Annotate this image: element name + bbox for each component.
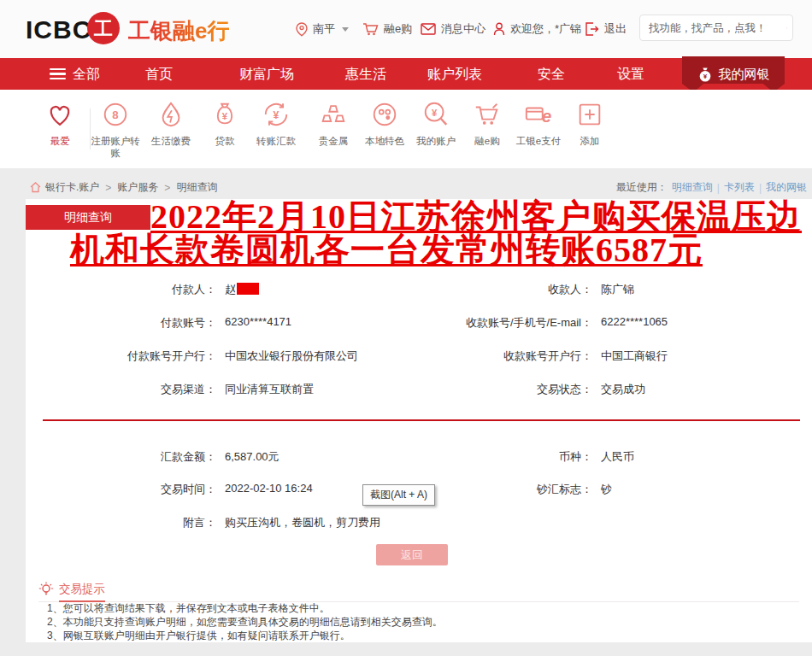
memo-label: 附言：: [26, 515, 216, 530]
home-icon[interactable]: [30, 182, 41, 193]
back-button[interactable]: 返回: [376, 544, 448, 565]
cash-flag-value: 钞: [601, 482, 612, 497]
location-selector[interactable]: 南平: [296, 21, 349, 37]
shortcut-label: 本地特色: [357, 135, 412, 147]
section-divider: [43, 419, 800, 421]
cart-icon: [362, 22, 379, 36]
shortcut-emall[interactable]: 融e购: [460, 100, 515, 147]
emall-label: 融e购: [384, 21, 412, 37]
gold-bars-icon: [319, 100, 348, 129]
shortcuts-bar: 最爱 8 注册账户转账 生活缴费 ¥ 贷款 ¥ 转账汇款: [0, 90, 812, 168]
emall-link[interactable]: 融e购: [362, 21, 412, 37]
detail-row: 附言： 购买压沟机，卷圆机，剪刀费用: [26, 515, 812, 530]
payee-bank-label: 收款账号开户行：: [387, 348, 592, 364]
shortcut-label: 转账汇款: [249, 135, 303, 147]
shortcut-epay[interactable]: e 工银e支付: [511, 100, 566, 147]
message-center-label: 消息中心: [441, 21, 485, 37]
transfer-arrows-icon: ¥: [262, 100, 291, 129]
annotation-headline-line2: 机和长款卷圆机各一台发常州转账6587元: [70, 233, 703, 267]
shortcut-label: 融e购: [460, 135, 515, 147]
payee-bank-value: 中国工商银行: [601, 348, 668, 364]
breadcrumb-item-accounts[interactable]: 银行卡.账户: [45, 180, 99, 195]
main-navbar: 全部 首页 财富广场 惠生活 账户列表 安全 设置 ¥ 我的网银: [0, 58, 812, 90]
svg-text:¥: ¥: [703, 73, 707, 80]
local-features-icon: [370, 100, 399, 129]
utility-drop-icon: [156, 100, 185, 129]
shortcut-label: 注册账户转账: [88, 135, 143, 159]
shortcut-favorites[interactable]: 最爱: [32, 100, 87, 147]
breadcrumb-item-account-services[interactable]: 账户服务: [117, 180, 158, 195]
nav-item-wealth[interactable]: 财富广场: [239, 58, 294, 90]
top-header: ICBC 工 工银融e行 南平 融e购 消息中心 欢迎您，*广锦: [0, 0, 812, 58]
payer-account-value: 6230****4171: [225, 315, 291, 328]
amount-value: 6,587.00元: [225, 449, 279, 465]
screenshot-tooltip: 截图(Alt + A): [362, 484, 435, 506]
recent-link-detail-query[interactable]: 明细查询: [672, 180, 713, 195]
shortcut-register-transfer[interactable]: 8 注册账户转账: [88, 100, 143, 159]
nav-item-accounts[interactable]: 账户列表: [427, 58, 482, 90]
shortcut-precious-metals[interactable]: 贵金属: [306, 100, 361, 147]
welcome-label: 欢迎您，*广锦: [510, 21, 581, 37]
payee-label: 收款人：: [387, 282, 592, 297]
shortcut-my-account[interactable]: ¥ 我的账户: [409, 100, 463, 147]
shortcut-loan[interactable]: ¥ 贷款: [197, 100, 252, 147]
register-transfer-icon: 8: [101, 100, 130, 129]
shortcut-transfer[interactable]: ¥ 转账汇款: [249, 100, 303, 147]
logout-label: 退出: [604, 21, 627, 37]
tips-header: 交易提示: [38, 582, 799, 602]
menu-icon: [50, 68, 66, 80]
main-content: 明细查询 2022年2月10日江苏徐州客户购买保温压边 机和长款卷圆机各一台发常…: [26, 199, 812, 642]
time-value: 2022-02-10 16:24: [225, 482, 313, 495]
time-label: 交易时间：: [26, 482, 216, 497]
message-center-link[interactable]: 消息中心: [421, 21, 485, 37]
search-icon[interactable]: [786, 20, 787, 37]
status-label: 交易状态：: [387, 382, 592, 397]
nav-item-home[interactable]: 首页: [145, 58, 173, 90]
heart-icon: [45, 100, 74, 129]
nav-item-security[interactable]: 安全: [538, 58, 565, 90]
recent-link-my-ebank[interactable]: 我的网银: [766, 180, 807, 195]
nav-all-label: 全部: [73, 58, 100, 90]
logout-icon: [585, 22, 599, 36]
shortcut-label: 生活缴费: [144, 135, 198, 147]
payer-bank-value: 中国农业银行股份有限公司: [225, 348, 358, 364]
cart-icon: [473, 100, 502, 129]
nav-item-life[interactable]: 惠生活: [345, 58, 386, 90]
shortcut-label: 我的账户: [409, 135, 463, 147]
icbc-logo-text: ICBC: [26, 15, 91, 44]
channel-label: 交易渠道：: [26, 382, 216, 397]
shortcut-add[interactable]: 添加: [562, 100, 617, 147]
shortcut-life-payment[interactable]: 生活缴费: [144, 100, 198, 147]
memo-value: 购买压沟机，卷圆机，剪刀费用: [225, 515, 380, 530]
tab-detail-query[interactable]: 明细查询: [26, 205, 150, 230]
recent-link-card-list[interactable]: 卡列表: [724, 180, 755, 195]
detail-row: 付款账号开户行： 中国农业银行股份有限公司 收款账号开户行： 中国工商银行: [26, 348, 812, 364]
shortcut-label: 添加: [562, 135, 617, 147]
annotation-headline-line1: 2022年2月10日江苏徐州客户购买保温压边: [150, 200, 802, 234]
currency-label: 币种：: [387, 449, 592, 465]
svg-text:工: 工: [93, 18, 113, 39]
amount-label: 汇款金额：: [26, 449, 216, 465]
redaction-box: [237, 283, 259, 295]
svg-text:e: e: [542, 106, 552, 126]
brand-name: 工银融e行: [128, 16, 229, 46]
divider: |: [717, 182, 720, 194]
shortcut-local-features[interactable]: 本地特色: [357, 100, 412, 147]
user-welcome[interactable]: 欢迎您，*广锦: [493, 21, 581, 37]
tips-title: 交易提示: [59, 582, 105, 602]
breadcrumb-item-detail-query[interactable]: 明细查询: [176, 180, 217, 195]
my-ebank-ribbon[interactable]: ¥ 我的网银: [682, 56, 785, 92]
logout-button[interactable]: 退出: [585, 21, 627, 37]
divider: |: [759, 182, 762, 194]
nav-item-settings[interactable]: 设置: [617, 58, 644, 90]
detail-row: 交易渠道： 同业清算互联前置 交易状态： 交易成功: [26, 382, 812, 397]
nav-item-all[interactable]: 全部: [50, 58, 100, 90]
nav-settings-label: 设置: [617, 58, 644, 90]
tip-item-1: 1、您可以将查询结果下载，并保存到文本或电子表格文件中。: [47, 601, 330, 616]
svg-text:¥: ¥: [432, 108, 438, 118]
search-box: [639, 15, 793, 41]
bank-card-icon: e: [524, 100, 553, 129]
money-bag-icon: ¥: [210, 100, 239, 129]
detail-row: 汇款金额： 6,587.00元 币种： 人民币: [26, 449, 812, 465]
search-input[interactable]: [649, 22, 786, 34]
